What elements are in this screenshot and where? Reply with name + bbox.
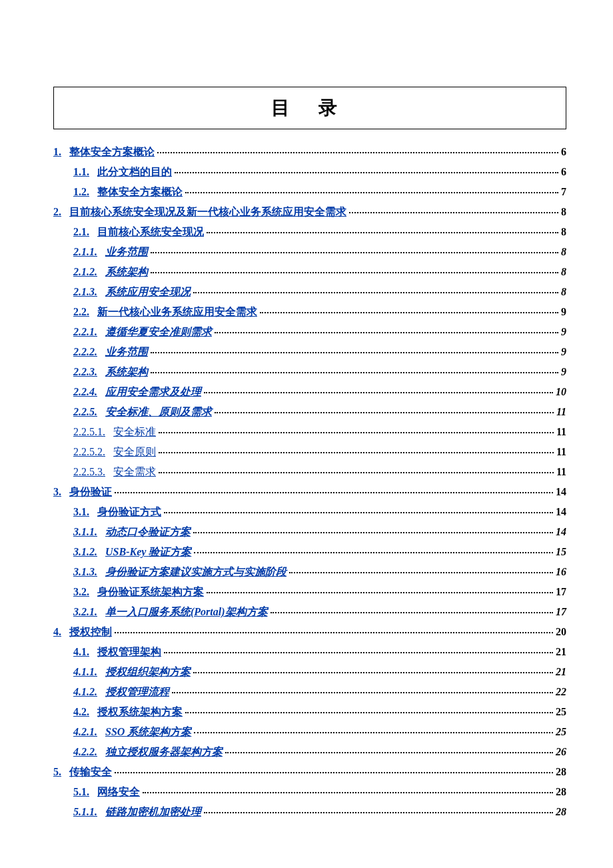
toc-number-link[interactable]: 2.2.4. <box>73 384 97 400</box>
toc-row: 2.1.目前核心系统安全现况8 <box>73 224 566 240</box>
toc-number-link[interactable]: 2.1. <box>73 224 89 240</box>
toc-title-link[interactable]: 身份验证系统架构方案 <box>97 584 204 600</box>
toc-number-link[interactable]: 5. <box>53 764 61 780</box>
toc-number-link[interactable]: 1.2. <box>73 184 89 200</box>
toc-title-link[interactable]: 目前核心系统安全现况及新一代核心业务系统应用安全需求 <box>69 204 346 220</box>
toc-number-link[interactable]: 2.1.2. <box>73 264 97 280</box>
toc-number-link[interactable]: 2.2.3. <box>73 364 97 380</box>
toc-title-link[interactable]: 身份验证方式 <box>97 504 161 520</box>
toc-number-link[interactable]: 4. <box>53 624 61 640</box>
toc-title-link[interactable]: 安全需求 <box>113 464 156 480</box>
toc-number-link[interactable]: 3.1.2. <box>73 544 97 560</box>
toc-leader <box>215 332 558 333</box>
toc-title-link[interactable]: 系统应用安全现况 <box>105 284 191 300</box>
toc-number-link[interactable]: 1.1. <box>73 164 89 180</box>
toc-title-link[interactable]: 安全标准 <box>113 424 156 440</box>
toc-number-link[interactable]: 2.2.2. <box>73 344 97 360</box>
toc-leader <box>194 552 553 553</box>
toc-page-number: 21 <box>556 664 566 680</box>
toc-title-link[interactable]: 链路加密机加密处理 <box>105 804 201 820</box>
toc-number-link[interactable]: 4.1.2. <box>73 684 97 700</box>
toc-number-link[interactable]: 4.2.1. <box>73 724 97 740</box>
toc-title-link[interactable]: 授权组织架构方案 <box>105 664 191 680</box>
toc-leader <box>159 432 554 433</box>
toc-page-number: 11 <box>556 424 566 440</box>
toc-leader <box>215 412 554 413</box>
toc-title-link[interactable]: 遵循华夏安全准则需求 <box>105 324 212 340</box>
toc-leader <box>115 772 553 773</box>
toc-leader <box>289 572 553 573</box>
toc-row: 2.目前核心系统安全现况及新一代核心业务系统应用安全需求8 <box>53 204 566 220</box>
toc-title-link[interactable]: 整体安全方案概论 <box>97 184 183 200</box>
toc-leader <box>115 632 553 633</box>
toc-title-link[interactable]: 安全原则 <box>113 444 156 460</box>
toc-number-link[interactable]: 1. <box>53 144 61 160</box>
page: 目 录 1.整体安全方案概论61.1.此分文档的目的61.2.整体安全方案概论7… <box>0 0 613 868</box>
toc-number-link[interactable]: 2.2.1. <box>73 324 97 340</box>
toc-number-link[interactable]: 4.1. <box>73 644 89 660</box>
toc-row: 2.2.5.安全标准、原则及需求11 <box>73 404 566 420</box>
toc-title-link[interactable]: 传输安全 <box>69 764 112 780</box>
toc-title-link[interactable]: 系统架构 <box>105 264 148 280</box>
toc-leader <box>185 712 553 713</box>
toc-page-number: 8 <box>561 284 566 300</box>
toc-title-link[interactable]: USB-Key 验证方案 <box>105 544 191 560</box>
toc-leader <box>151 272 558 273</box>
toc-page-number: 22 <box>556 684 566 700</box>
toc-number-link[interactable]: 3.1. <box>73 504 89 520</box>
toc-title-link[interactable]: 身份验证方案建议实施方式与实施阶段 <box>105 564 287 580</box>
toc-title: 目 录 <box>271 97 349 118</box>
toc-title-link[interactable]: 授权管理流程 <box>105 684 169 700</box>
toc-leader <box>193 532 553 533</box>
toc-title-link[interactable]: 安全标准、原则及需求 <box>105 404 212 420</box>
toc-number-link[interactable]: 3.1.3. <box>73 564 97 580</box>
toc-number-link[interactable]: 2.2.5. <box>73 404 97 420</box>
toc-number-link[interactable]: 3.2.1. <box>73 604 97 620</box>
toc-number-link[interactable]: 2. <box>53 204 61 220</box>
toc-title-link[interactable]: 系统架构 <box>105 364 148 380</box>
toc-title-link[interactable]: SSO 系统架构方案 <box>105 724 191 740</box>
toc-number-link[interactable]: 5.1. <box>73 784 89 800</box>
toc-leader <box>271 612 553 613</box>
toc-title-link[interactable]: 目前核心系统安全现况 <box>97 224 204 240</box>
toc-leader <box>151 352 558 353</box>
toc-number-link[interactable]: 4.2. <box>73 704 89 720</box>
toc-row: 3.1.身份验证方式14 <box>73 504 566 520</box>
toc-title-link[interactable]: 业务范围 <box>105 344 148 360</box>
toc-title-link[interactable]: 动态口令验证方案 <box>105 524 191 540</box>
toc-title-link[interactable]: 授权系统架构方案 <box>97 704 183 720</box>
toc-number-link[interactable]: 3.2. <box>73 584 89 600</box>
toc-page-number: 15 <box>556 544 566 560</box>
toc-title-link[interactable]: 应用安全需求及处理 <box>105 384 201 400</box>
toc-number-link[interactable]: 3. <box>53 484 61 500</box>
toc-page-number: 26 <box>556 744 566 760</box>
toc-title-link[interactable]: 身份验证 <box>69 484 112 500</box>
toc-row: 4.2.授权系统架构方案25 <box>73 704 566 720</box>
toc-title-link[interactable]: 此分文档的目的 <box>97 164 172 180</box>
toc-number-link[interactable]: 2.2. <box>73 304 89 320</box>
toc-number-link[interactable]: 3.1.1. <box>73 524 97 540</box>
toc-title-link[interactable]: 授权控制 <box>69 624 112 640</box>
toc-leader <box>159 472 554 473</box>
toc-row: 3.2.身份验证系统架构方案17 <box>73 584 566 600</box>
toc-title-box: 目 录 <box>53 87 566 129</box>
toc-row: 2.1.3.系统应用安全现况8 <box>73 284 566 300</box>
toc-number-link[interactable]: 2.1.1. <box>73 244 97 260</box>
toc-title-link[interactable]: 授权管理架构 <box>97 644 161 660</box>
toc-title-link[interactable]: 整体安全方案概论 <box>69 144 155 160</box>
toc-title-link[interactable]: 网络安全 <box>97 784 140 800</box>
toc-title-link[interactable]: 新一代核心业务系统应用安全需求 <box>97 304 257 320</box>
toc-number-link[interactable]: 2.2.5.3. <box>73 464 105 480</box>
toc-number-link[interactable]: 4.2.2. <box>73 744 97 760</box>
toc-number-link[interactable]: 4.1.1. <box>73 664 97 680</box>
toc-number-link[interactable]: 2.2.5.2. <box>73 444 105 460</box>
toc-number-link[interactable]: 2.2.5.1. <box>73 424 105 440</box>
toc-title-link[interactable]: 独立授权服务器架构方案 <box>105 744 223 760</box>
toc-leader <box>207 232 558 233</box>
toc-title-link[interactable]: 业务范围 <box>105 244 148 260</box>
toc-number-link[interactable]: 5.1.1. <box>73 804 97 820</box>
toc-number-link[interactable]: 2.1.3. <box>73 284 97 300</box>
toc-page-number: 9 <box>561 324 566 340</box>
toc-title-link[interactable]: 单一入口服务系统(Portal)架构方案 <box>105 604 268 620</box>
toc-row: 3.1.3.身份验证方案建议实施方式与实施阶段16 <box>73 564 566 580</box>
